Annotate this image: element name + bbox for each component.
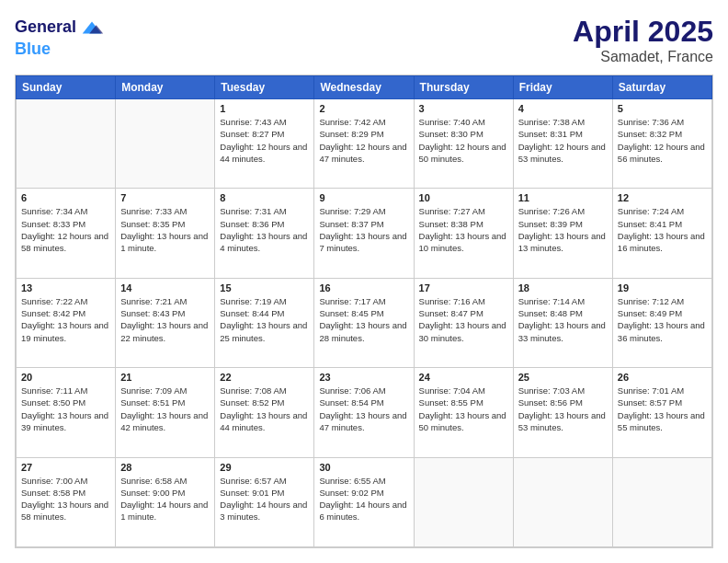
day-number: 10 <box>419 192 508 203</box>
calendar-cell: 18Sunrise: 7:14 AM Sunset: 8:48 PM Dayli… <box>513 278 612 367</box>
calendar-cell: 7Sunrise: 7:33 AM Sunset: 8:35 PM Daylig… <box>116 189 215 278</box>
calendar-cell <box>116 99 215 189</box>
day-number: 22 <box>220 372 309 383</box>
col-wednesday: Wednesday <box>314 76 414 99</box>
col-saturday: Saturday <box>612 76 711 99</box>
calendar-week-3: 13Sunrise: 7:22 AM Sunset: 8:42 PM Dayli… <box>17 278 712 367</box>
day-info: Sunrise: 7:06 AM Sunset: 8:54 PM Dayligh… <box>319 385 408 433</box>
day-info: Sunrise: 7:21 AM Sunset: 8:43 PM Dayligh… <box>120 295 210 344</box>
day-info: Sunrise: 6:58 AM Sunset: 9:00 PM Dayligh… <box>120 475 210 523</box>
day-number: 27 <box>21 462 110 473</box>
day-info: Sunrise: 7:22 AM Sunset: 8:42 PM Dayligh… <box>21 295 110 344</box>
day-number: 18 <box>518 282 608 293</box>
col-sunday: Sunday <box>17 76 116 99</box>
calendar-cell: 23Sunrise: 7:06 AM Sunset: 8:54 PM Dayli… <box>314 368 414 457</box>
calendar-cell <box>612 457 711 546</box>
logo-text-blue: Blue <box>15 40 105 59</box>
calendar-cell: 14Sunrise: 7:21 AM Sunset: 8:43 PM Dayli… <box>116 278 215 367</box>
day-number: 1 <box>220 103 309 114</box>
title-block: April 2025 Samadet, France <box>573 15 713 65</box>
day-info: Sunrise: 7:16 AM Sunset: 8:47 PM Dayligh… <box>419 295 508 344</box>
day-number: 7 <box>120 192 210 203</box>
day-info: Sunrise: 7:04 AM Sunset: 8:55 PM Dayligh… <box>419 385 508 433</box>
col-friday: Friday <box>513 76 612 99</box>
header: General Blue April 2025 Samadet, France <box>15 15 713 65</box>
calendar-cell: 11Sunrise: 7:26 AM Sunset: 8:39 PM Dayli… <box>513 189 612 278</box>
calendar-cell: 21Sunrise: 7:09 AM Sunset: 8:51 PM Dayli… <box>116 368 215 457</box>
day-info: Sunrise: 7:36 AM Sunset: 8:32 PM Dayligh… <box>618 116 707 165</box>
day-number: 19 <box>618 282 707 293</box>
day-info: Sunrise: 6:55 AM Sunset: 9:02 PM Dayligh… <box>319 475 408 523</box>
day-info: Sunrise: 7:42 AM Sunset: 8:29 PM Dayligh… <box>319 116 408 165</box>
calendar-cell: 17Sunrise: 7:16 AM Sunset: 8:47 PM Dayli… <box>414 278 513 367</box>
day-info: Sunrise: 7:12 AM Sunset: 8:49 PM Dayligh… <box>618 295 707 344</box>
day-info: Sunrise: 7:38 AM Sunset: 8:31 PM Dayligh… <box>518 116 608 165</box>
calendar-header-row: Sunday Monday Tuesday Wednesday Thursday… <box>17 76 712 99</box>
calendar-cell: 13Sunrise: 7:22 AM Sunset: 8:42 PM Dayli… <box>17 278 116 367</box>
day-number: 12 <box>618 192 707 203</box>
calendar-cell: 10Sunrise: 7:27 AM Sunset: 8:38 PM Dayli… <box>414 189 513 278</box>
calendar-cell: 8Sunrise: 7:31 AM Sunset: 8:36 PM Daylig… <box>215 189 314 278</box>
day-info: Sunrise: 7:26 AM Sunset: 8:39 PM Dayligh… <box>518 205 608 254</box>
day-number: 26 <box>618 372 707 383</box>
calendar-cell: 24Sunrise: 7:04 AM Sunset: 8:55 PM Dayli… <box>414 368 513 457</box>
month-title: April 2025 <box>573 15 713 49</box>
day-info: Sunrise: 7:27 AM Sunset: 8:38 PM Dayligh… <box>419 205 508 254</box>
calendar-cell: 22Sunrise: 7:08 AM Sunset: 8:52 PM Dayli… <box>215 368 314 457</box>
calendar-cell: 27Sunrise: 7:00 AM Sunset: 8:58 PM Dayli… <box>17 457 116 546</box>
day-number: 20 <box>21 372 110 383</box>
day-number: 14 <box>120 282 210 293</box>
calendar-cell <box>414 457 513 546</box>
day-number: 3 <box>419 103 508 114</box>
calendar-cell: 29Sunrise: 6:57 AM Sunset: 9:01 PM Dayli… <box>215 457 314 546</box>
calendar-cell: 26Sunrise: 7:01 AM Sunset: 8:57 PM Dayli… <box>612 368 711 457</box>
calendar-cell: 2Sunrise: 7:42 AM Sunset: 8:29 PM Daylig… <box>314 99 414 189</box>
day-number: 30 <box>319 462 408 473</box>
day-info: Sunrise: 7:33 AM Sunset: 8:35 PM Dayligh… <box>120 205 210 254</box>
calendar-cell: 30Sunrise: 6:55 AM Sunset: 9:02 PM Dayli… <box>314 457 414 546</box>
calendar-cell: 16Sunrise: 7:17 AM Sunset: 8:45 PM Dayli… <box>314 278 414 367</box>
calendar-cell: 4Sunrise: 7:38 AM Sunset: 8:31 PM Daylig… <box>513 99 612 189</box>
day-number: 16 <box>319 282 408 293</box>
calendar-cell: 12Sunrise: 7:24 AM Sunset: 8:41 PM Dayli… <box>612 189 711 278</box>
calendar-week-2: 6Sunrise: 7:34 AM Sunset: 8:33 PM Daylig… <box>17 189 712 278</box>
calendar-cell: 19Sunrise: 7:12 AM Sunset: 8:49 PM Dayli… <box>612 278 711 367</box>
calendar-week-5: 27Sunrise: 7:00 AM Sunset: 8:58 PM Dayli… <box>17 457 712 546</box>
day-info: Sunrise: 7:01 AM Sunset: 8:57 PM Dayligh… <box>618 385 707 433</box>
day-number: 24 <box>419 372 508 383</box>
day-number: 17 <box>419 282 508 293</box>
col-monday: Monday <box>116 76 215 99</box>
page: General Blue April 2025 Samadet, France … <box>0 0 728 563</box>
day-number: 8 <box>220 192 309 203</box>
logo-icon <box>79 15 105 40</box>
day-number: 5 <box>618 103 707 114</box>
day-info: Sunrise: 7:19 AM Sunset: 8:44 PM Dayligh… <box>220 295 309 344</box>
calendar-cell: 1Sunrise: 7:43 AM Sunset: 8:27 PM Daylig… <box>215 99 314 189</box>
day-number: 6 <box>21 192 110 203</box>
day-number: 11 <box>518 192 608 203</box>
day-number: 13 <box>21 282 110 293</box>
day-info: Sunrise: 7:17 AM Sunset: 8:45 PM Dayligh… <box>319 295 408 344</box>
logo-text: General <box>15 18 76 37</box>
location-title: Samadet, France <box>573 49 713 65</box>
day-number: 2 <box>319 103 408 114</box>
logo: General Blue <box>15 15 105 59</box>
calendar-cell: 15Sunrise: 7:19 AM Sunset: 8:44 PM Dayli… <box>215 278 314 367</box>
day-info: Sunrise: 7:09 AM Sunset: 8:51 PM Dayligh… <box>120 385 210 433</box>
calendar-week-4: 20Sunrise: 7:11 AM Sunset: 8:50 PM Dayli… <box>17 368 712 457</box>
day-info: Sunrise: 7:40 AM Sunset: 8:30 PM Dayligh… <box>419 116 508 165</box>
calendar-cell: 25Sunrise: 7:03 AM Sunset: 8:56 PM Dayli… <box>513 368 612 457</box>
day-number: 15 <box>220 282 309 293</box>
calendar-cell: 5Sunrise: 7:36 AM Sunset: 8:32 PM Daylig… <box>612 99 711 189</box>
day-number: 21 <box>120 372 210 383</box>
day-info: Sunrise: 7:00 AM Sunset: 8:58 PM Dayligh… <box>21 475 110 523</box>
calendar: Sunday Monday Tuesday Wednesday Thursday… <box>15 75 713 548</box>
calendar-week-1: 1Sunrise: 7:43 AM Sunset: 8:27 PM Daylig… <box>17 99 712 189</box>
calendar-table: Sunday Monday Tuesday Wednesday Thursday… <box>16 75 712 547</box>
day-info: Sunrise: 7:24 AM Sunset: 8:41 PM Dayligh… <box>618 205 707 254</box>
calendar-cell: 9Sunrise: 7:29 AM Sunset: 8:37 PM Daylig… <box>314 189 414 278</box>
day-info: Sunrise: 7:03 AM Sunset: 8:56 PM Dayligh… <box>518 385 608 433</box>
day-info: Sunrise: 7:08 AM Sunset: 8:52 PM Dayligh… <box>220 385 309 433</box>
calendar-cell <box>513 457 612 546</box>
day-number: 4 <box>518 103 608 114</box>
